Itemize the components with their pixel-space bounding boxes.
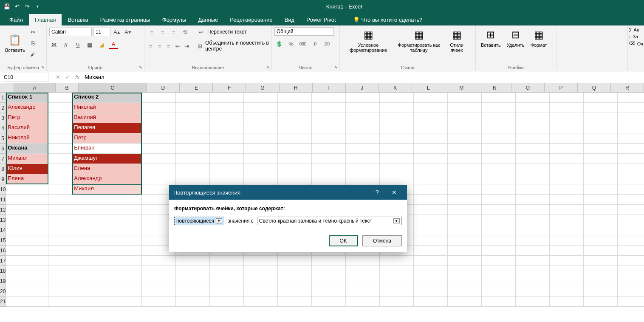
tab-powerpivot[interactable]: Power Pivot xyxy=(300,14,342,25)
cell-P16[interactable] xyxy=(550,246,584,256)
cell-J1[interactable] xyxy=(346,93,380,103)
cell-I19[interactable] xyxy=(312,276,346,286)
cell-M5[interactable] xyxy=(448,133,482,144)
cell-H21[interactable] xyxy=(278,297,312,307)
duplicate-type-select[interactable]: повторяющиеся ▾ xyxy=(174,217,224,225)
fill-color-icon[interactable]: ◢ xyxy=(97,40,106,49)
insert-cells-button[interactable]: ⊞ Вставить xyxy=(478,27,503,48)
cell-N10[interactable] xyxy=(482,184,516,195)
row-header-14[interactable]: 14 xyxy=(0,225,6,235)
cell-Q10[interactable] xyxy=(584,184,618,195)
cell-M12[interactable] xyxy=(448,205,482,215)
row-header-18[interactable]: 18 xyxy=(0,266,6,276)
cell-L15[interactable] xyxy=(414,235,448,246)
row-header-16[interactable]: 16 xyxy=(0,246,6,256)
formula-value[interactable]: Михаил xyxy=(85,74,105,80)
cell-A18[interactable] xyxy=(6,266,48,276)
cell-M8[interactable] xyxy=(448,164,482,174)
tab-insert[interactable]: Вставка xyxy=(62,14,94,25)
cell-A3[interactable]: Петр xyxy=(6,113,48,123)
cell-R21[interactable] xyxy=(618,297,644,307)
row-header-6[interactable]: 6 xyxy=(0,144,6,154)
col-header-N[interactable]: N xyxy=(478,83,511,92)
cell-H3[interactable] xyxy=(278,113,312,123)
cell-B17[interactable] xyxy=(48,256,72,266)
col-header-J[interactable]: J xyxy=(346,83,379,92)
bold-button[interactable]: Ж xyxy=(49,40,59,49)
select-all-corner[interactable] xyxy=(0,83,14,92)
cell-K21[interactable] xyxy=(380,297,414,307)
cell-R14[interactable] xyxy=(618,225,644,235)
cell-A12[interactable] xyxy=(6,205,48,215)
cell-G17[interactable] xyxy=(244,256,278,266)
cell-N9[interactable] xyxy=(482,174,516,184)
cell-R2[interactable] xyxy=(618,103,644,113)
cell-Q14[interactable] xyxy=(584,225,618,235)
cell-A8[interactable]: Юлия xyxy=(6,164,48,174)
conditional-format-button[interactable]: ▦ Условное форматирование xyxy=(342,27,394,54)
cell-I4[interactable] xyxy=(312,123,346,133)
cell-C21[interactable] xyxy=(72,297,142,307)
cell-M4[interactable] xyxy=(448,123,482,133)
cell-F8[interactable] xyxy=(210,164,244,174)
cell-N5[interactable] xyxy=(482,133,516,144)
cell-J7[interactable] xyxy=(346,154,380,164)
cell-L11[interactable] xyxy=(414,195,448,205)
cell-O9[interactable] xyxy=(516,174,550,184)
cell-Q20[interactable] xyxy=(584,286,618,297)
cell-P17[interactable] xyxy=(550,256,584,266)
cell-D17[interactable] xyxy=(142,256,176,266)
row-header-17[interactable]: 17 xyxy=(0,256,6,266)
cell-I6[interactable] xyxy=(312,144,346,154)
cell-I1[interactable] xyxy=(312,93,346,103)
cell-B20[interactable] xyxy=(48,286,72,297)
cell-Q18[interactable] xyxy=(584,266,618,276)
cell-P1[interactable] xyxy=(550,93,584,103)
cell-L13[interactable] xyxy=(414,215,448,225)
cell-R11[interactable] xyxy=(618,195,644,205)
cell-E2[interactable] xyxy=(176,103,210,113)
cell-B13[interactable] xyxy=(48,215,72,225)
cell-C1[interactable]: Список 2 xyxy=(72,93,142,103)
format-style-select[interactable]: Светло-красная заливка и темно-красный т… xyxy=(257,217,402,225)
cell-E8[interactable] xyxy=(176,164,210,174)
format-cells-button[interactable]: ▦ Формат xyxy=(528,27,550,48)
qat-dropdown-icon[interactable]: ▾ xyxy=(34,3,41,10)
cell-E21[interactable] xyxy=(176,297,210,307)
cell-J20[interactable] xyxy=(346,286,380,297)
cell-L1[interactable] xyxy=(414,93,448,103)
cell-O20[interactable] xyxy=(516,286,550,297)
cell-E5[interactable] xyxy=(176,133,210,144)
cell-Q2[interactable] xyxy=(584,103,618,113)
cell-K8[interactable] xyxy=(380,164,414,174)
cell-I8[interactable] xyxy=(312,164,346,174)
cell-A13[interactable] xyxy=(6,215,48,225)
cell-L21[interactable] xyxy=(414,297,448,307)
number-dialog-launcher[interactable]: ⬊ xyxy=(334,65,338,69)
cell-H17[interactable] xyxy=(278,256,312,266)
cell-I9[interactable] xyxy=(312,174,346,184)
cell-Q21[interactable] xyxy=(584,297,618,307)
cell-F6[interactable] xyxy=(210,144,244,154)
cell-A14[interactable] xyxy=(6,225,48,235)
cell-B4[interactable] xyxy=(48,123,72,133)
col-header-F[interactable]: F xyxy=(213,83,246,92)
cell-J17[interactable] xyxy=(346,256,380,266)
cell-F9[interactable] xyxy=(210,174,244,184)
col-header-C[interactable]: C xyxy=(79,83,147,92)
wrap-text-button[interactable]: Перенести текст xyxy=(207,29,246,35)
currency-icon[interactable]: 💲 xyxy=(274,39,284,48)
cell-K18[interactable] xyxy=(380,266,414,276)
cell-N12[interactable] xyxy=(482,205,516,215)
tab-formulas[interactable]: Формулы xyxy=(156,14,192,25)
cell-E17[interactable] xyxy=(176,256,210,266)
cell-C9[interactable]: Александр xyxy=(72,174,142,184)
cell-C16[interactable] xyxy=(72,246,142,256)
cell-L8[interactable] xyxy=(414,164,448,174)
align-center-icon[interactable]: ≡ xyxy=(156,41,163,51)
row-header-1[interactable]: 1 xyxy=(0,93,6,103)
redo-icon[interactable]: ↷ xyxy=(24,3,31,10)
row-header-9[interactable]: 9 xyxy=(0,174,6,184)
cell-G3[interactable] xyxy=(244,113,278,123)
cell-P7[interactable] xyxy=(550,154,584,164)
